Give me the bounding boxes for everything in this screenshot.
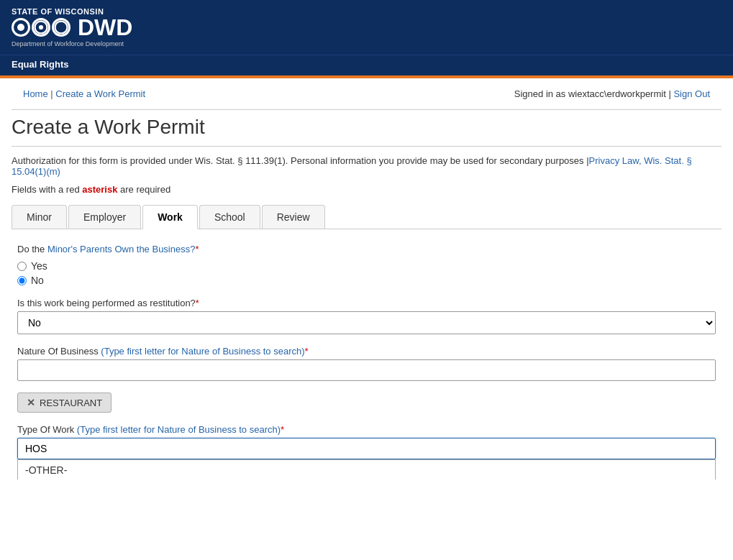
asterisk-indicator: asterisk [82,184,117,195]
parents-radio-group: Yes No [17,260,716,286]
nature-of-business-tag-container: ✕ RESTAURANT [17,393,716,413]
restitution-label-text: Is this work being performed as restitut… [17,298,196,308]
auth-info: Signed in as wiextacc\erdworkpermit | Si… [514,88,710,99]
tab-review[interactable]: Review [262,205,325,229]
restitution-field: Is this work being performed as restitut… [17,298,716,334]
dept-label: Department of Workforce Development [12,40,132,47]
tow-required: * [281,424,284,435]
work-form: Do the Minor's Parents Own the Business?… [12,244,721,459]
radio-yes-label: Yes [31,260,47,272]
equal-rights-label: Equal Rights [12,59,68,70]
nob-label-highlight: (Type first letter for Nature of Busines… [101,346,304,357]
parents-own-business-field: Do the Minor's Parents Own the Business?… [17,244,716,286]
tab-work[interactable]: Work [142,205,198,229]
nature-of-business-label: Nature Of Business (Type first letter fo… [17,346,716,357]
parents-label-highlight: Minor's Parents Own the Business? [47,244,196,254]
type-of-work-field: Type Of Work (Type first letter for Natu… [17,424,716,459]
current-page-link[interactable]: Create a Work Permit [55,88,145,99]
required-note-suffix: are required [117,184,170,195]
type-of-work-dropdown: -OTHER- HOST HOSTESS [17,459,716,479]
breadcrumb: Home | Create a Work Permit [12,83,157,105]
page-title-divider: Create a Work Permit [12,109,721,146]
page-title: Create a Work Permit [12,116,721,146]
nob-required: * [305,346,309,357]
type-of-work-label: Type Of Work (Type first letter for Natu… [17,424,716,435]
type-of-work-dropdown-container: -OTHER- HOST HOSTESS [17,438,716,459]
restitution-required: * [196,298,199,308]
auth-text: Authorization for this form is provided … [12,155,721,177]
signed-in-text: Signed in as wiextacc\erdworkpermit [514,88,666,99]
sign-out-link[interactable]: Sign Out [673,88,710,99]
tow-label-highlight: (Type first letter for Nature of Busines… [77,424,281,435]
dropdown-item-other[interactable]: -OTHER- [18,460,715,479]
type-of-work-input[interactable] [17,438,716,459]
tab-bar: Minor Employer Work School Review [12,205,721,229]
restitution-select[interactable]: No Yes [17,311,716,334]
radio-no-input[interactable] [17,276,27,285]
parents-label-prefix: Do the [17,244,47,254]
logo-circles [12,18,70,37]
tab-minor[interactable]: Minor [12,205,67,229]
radio-no-label: No [31,275,44,286]
restitution-label: Is this work being performed as restitut… [17,298,716,308]
radio-no[interactable]: No [17,275,716,286]
nob-label-prefix: Nature Of Business [17,346,101,357]
tow-label-prefix: Type Of Work [17,424,77,435]
radio-yes-input[interactable] [17,262,27,271]
dwd-label: DWD [78,16,132,39]
nature-of-business-field: Nature Of Business (Type first letter fo… [17,346,716,381]
header-top: STATE OF WISCONSIN DWD Department of W [0,0,733,55]
parents-required: * [195,244,199,254]
svg-point-1 [39,25,43,29]
restaurant-tag[interactable]: ✕ RESTAURANT [17,393,111,413]
nature-of-business-input[interactable] [17,359,716,381]
required-note-text: Fields with a red [12,184,82,195]
auth-text-main: Authorization for this form is provided … [12,155,589,166]
tab-school[interactable]: School [199,205,260,229]
svg-point-2 [55,22,68,34]
radio-yes[interactable]: Yes [17,260,716,272]
parents-own-business-label: Do the Minor's Parents Own the Business?… [17,244,716,254]
tab-employer[interactable]: Employer [68,205,141,229]
tag-label-text: RESTAURANT [40,398,102,408]
required-note: Fields with a red asterisk are required [12,184,721,195]
home-link[interactable]: Home [23,88,48,99]
tag-remove-icon[interactable]: ✕ [27,397,35,408]
header-bottom: Equal Rights [0,55,733,75]
breadcrumb-auth-row: Home | Create a Work Permit Signed in as… [0,78,733,109]
content-area: Authorization for this form is provided … [0,147,733,479]
